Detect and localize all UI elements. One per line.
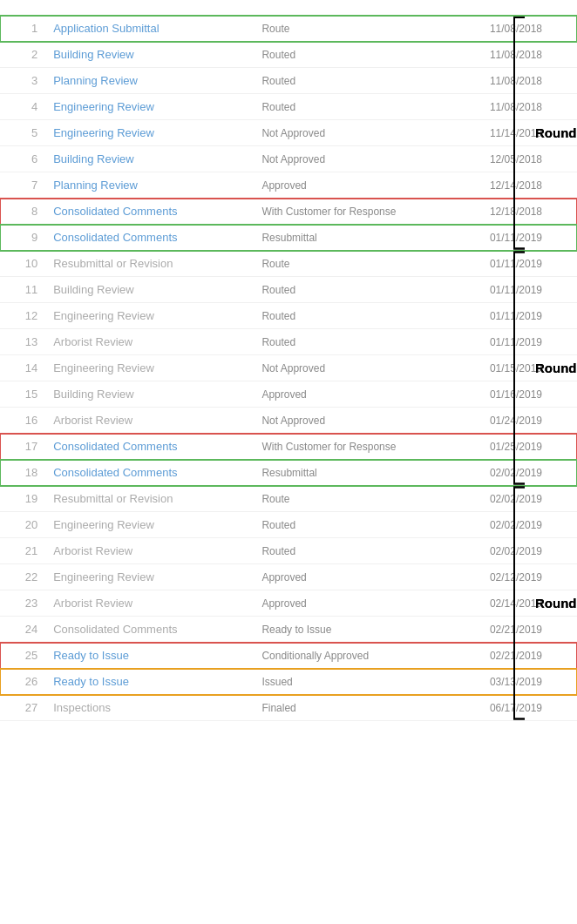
main-container: 1Application SubmittalRoute11/08/20182Bu… [0, 0, 577, 730]
row-date: 11/14/2018 [451, 120, 577, 146]
row-status: Routed [255, 538, 451, 564]
row-task: Inspections [46, 695, 255, 721]
table-row: 15Building ReviewApproved01/16/2019 [0, 381, 577, 408]
row-task[interactable]: Engineering Review [46, 120, 255, 146]
row-status: Routed [255, 42, 451, 68]
row-date: 11/08/2018 [451, 16, 577, 42]
row-task[interactable]: Planning Review [46, 172, 255, 199]
row-task[interactable]: Ready to Issue [46, 643, 255, 669]
row-status: Routed [255, 329, 451, 355]
row-task: Engineering Review [46, 355, 255, 381]
row-date: 02/12/2019 [451, 564, 577, 590]
row-task: Building Review [46, 381, 255, 408]
row-number: 10 [0, 251, 46, 277]
row-task[interactable]: Consolidated Comments [46, 225, 255, 251]
row-number: 21 [0, 538, 46, 564]
row-task: Arborist Review [46, 329, 255, 355]
row-task[interactable]: Consolidated Comments [46, 199, 255, 225]
row-date: 01/24/2019 [451, 408, 577, 434]
row-date: 01/11/2019 [451, 329, 577, 355]
table-row: 27InspectionsFinaled06/17/2019 [0, 695, 577, 721]
row-status: Not Approved [255, 355, 451, 381]
row-date: 01/25/2019 [451, 434, 577, 460]
row-number: 12 [0, 303, 46, 329]
row-status: Routed [255, 277, 451, 303]
row-task: Engineering Review [46, 303, 255, 329]
row-task[interactable]: Application Submittal [46, 16, 255, 42]
row-task[interactable]: Engineering Review [46, 94, 255, 120]
row-task[interactable]: Ready to Issue [46, 669, 255, 695]
row-number: 4 [0, 94, 46, 120]
row-task[interactable]: Planning Review [46, 68, 255, 94]
row-task: Arborist Review [46, 590, 255, 617]
row-status: Approved [255, 564, 451, 590]
row-task: Resubmittal or Revision [46, 251, 255, 277]
row-status: Approved [255, 381, 451, 408]
row-status: Routed [255, 512, 451, 538]
row-date: 02/02/2019 [451, 512, 577, 538]
table-row: 17Consolidated CommentsWith Customer for… [0, 434, 577, 460]
table-row: 18Consolidated CommentsResubmittal02/02/… [0, 460, 577, 486]
row-task: Arborist Review [46, 408, 255, 434]
row-status: Not Approved [255, 408, 451, 434]
row-status: Resubmittal [255, 460, 451, 486]
tasks-table: 1Application SubmittalRoute11/08/20182Bu… [0, 9, 577, 721]
row-date: 01/11/2019 [451, 303, 577, 329]
row-number: 9 [0, 225, 46, 251]
row-status: Approved [255, 590, 451, 617]
row-status: Route [255, 16, 451, 42]
row-task: Engineering Review [46, 564, 255, 590]
row-date: 06/17/2019 [451, 695, 577, 721]
row-task[interactable]: Building Review [46, 42, 255, 68]
table-row: 13Arborist ReviewRouted01/11/2019 [0, 329, 577, 355]
row-status: Conditionally Approved [255, 643, 451, 669]
row-number: 5 [0, 120, 46, 146]
row-date: 12/14/2018 [451, 172, 577, 199]
table-row: 3Planning ReviewRouted11/08/2018 [0, 68, 577, 94]
table-row: 26Ready to IssueIssued03/13/2019 [0, 669, 577, 695]
table-row: 25Ready to IssueConditionally Approved02… [0, 643, 577, 669]
row-task[interactable]: Consolidated Comments [46, 460, 255, 486]
row-number: 25 [0, 643, 46, 669]
row-number: 16 [0, 408, 46, 434]
row-status: Approved [255, 172, 451, 199]
row-status: Routed [255, 303, 451, 329]
table-row: 1Application SubmittalRoute11/08/2018 [0, 16, 577, 42]
table-row: 21Arborist ReviewRouted02/02/2019 [0, 538, 577, 564]
row-status: Finaled [255, 695, 451, 721]
row-date: 02/14/2019 [451, 590, 577, 617]
row-task: Arborist Review [46, 538, 255, 564]
row-task[interactable]: Consolidated Comments [46, 434, 255, 460]
row-date: 12/05/2018 [451, 146, 577, 172]
row-date: 01/11/2019 [451, 225, 577, 251]
row-status: Not Approved [255, 146, 451, 172]
row-date: 02/02/2019 [451, 460, 577, 486]
row-date: 01/15/2019 [451, 355, 577, 381]
row-task: Building Review [46, 277, 255, 303]
row-number: 8 [0, 199, 46, 225]
row-date: 02/02/2019 [451, 538, 577, 564]
col-header-date [451, 9, 577, 16]
row-date: 02/21/2019 [451, 643, 577, 669]
table-row: 2Building ReviewRouted11/08/2018 [0, 42, 577, 68]
table-row: 4Engineering ReviewRouted11/08/2018 [0, 94, 577, 120]
row-date: 01/16/2019 [451, 381, 577, 408]
row-number: 24 [0, 617, 46, 643]
row-date: 02/21/2019 [451, 617, 577, 643]
row-number: 2 [0, 42, 46, 68]
table-row: 9Consolidated CommentsResubmittal01/11/2… [0, 225, 577, 251]
table-row: 5Engineering ReviewNot Approved11/14/201… [0, 120, 577, 146]
table-row: 8Consolidated CommentsWith Customer for … [0, 199, 577, 225]
row-number: 27 [0, 695, 46, 721]
table-row: 16Arborist ReviewNot Approved01/24/2019 [0, 408, 577, 434]
row-number: 23 [0, 590, 46, 617]
row-task[interactable]: Building Review [46, 146, 255, 172]
row-number: 20 [0, 512, 46, 538]
row-date: 11/08/2018 [451, 94, 577, 120]
row-date: 12/18/2018 [451, 199, 577, 225]
row-status: Ready to Issue [255, 617, 451, 643]
table-row: 10Resubmittal or RevisionRoute01/11/2019 [0, 251, 577, 277]
table-row: 23Arborist ReviewApproved02/14/2019 [0, 590, 577, 617]
row-status: With Customer for Response [255, 199, 451, 225]
row-date: 03/13/2019 [451, 669, 577, 695]
